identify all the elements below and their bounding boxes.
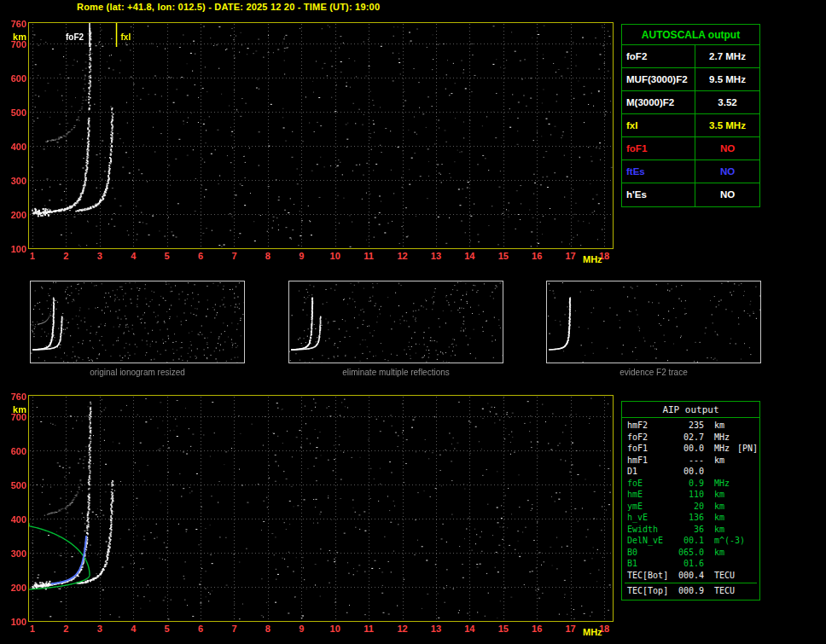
- autoscala-param-label: foF1: [622, 137, 695, 160]
- aip-param-value: 235: [673, 420, 704, 432]
- aip-param-value: 36: [673, 524, 704, 536]
- aip-param-unit: km: [704, 420, 724, 432]
- aip-param-unit: km: [704, 512, 724, 524]
- x-axis-tick: 11: [358, 251, 380, 261]
- thumbnail-f2trace-ionogram: [546, 281, 761, 363]
- x-axis-tick: 3: [89, 624, 111, 634]
- thumbnail-caption-original: original ionogram resized: [30, 368, 245, 377]
- x-axis-tick: 16: [526, 251, 548, 261]
- x-axis-tick: 2: [55, 624, 77, 634]
- aip-param-label: ymE: [622, 501, 673, 513]
- aip-rows-container: hmF2235kmfoF202.7MHzfoF100.0MHz[PN]hmF1-…: [622, 420, 759, 597]
- aip-param-label: foF1: [622, 443, 673, 455]
- aip-param-unit: m^(-3): [704, 535, 745, 547]
- aip-param-unit: km: [704, 501, 724, 513]
- x-axis-unit-label: MHz: [583, 254, 602, 264]
- aip-param-value: 00.1: [673, 535, 704, 547]
- aip-param-unit: km: [704, 547, 724, 559]
- x-axis-tick: 4: [122, 251, 144, 261]
- y-axis-tick: 200: [4, 583, 26, 593]
- x-axis-tick: 10: [324, 624, 346, 634]
- aip-row: foF100.0MHz[PN]: [622, 443, 759, 455]
- autoscala-param-label: h'Es: [622, 183, 695, 206]
- x-axis-tick: 8: [257, 624, 279, 634]
- y-axis-unit-label: km: [4, 404, 26, 415]
- x-axis-tick: 17: [560, 251, 582, 261]
- autoscala-rows-container: foF22.7 MHzMUF(3000)F29.5 MHzM(3000)F23.…: [622, 45, 759, 206]
- y-axis-tick: 500: [4, 480, 26, 490]
- autoscala-row: MUF(3000)F29.5 MHz: [622, 68, 759, 91]
- autoscala-row: h'EsNO: [622, 183, 759, 206]
- aip-row: Ewidth36km: [622, 524, 759, 536]
- x-axis-tick: 6: [189, 251, 212, 261]
- aip-section-divider: [625, 583, 757, 583]
- x-axis-tick: 1: [21, 251, 44, 261]
- aip-param-value: 00.0: [673, 466, 704, 478]
- scaled-ionogram-canvas: [29, 23, 613, 248]
- aip-row: hmF2235km: [622, 420, 759, 432]
- aip-panel-header: AIP output: [622, 402, 759, 418]
- y-axis-tick: 500: [4, 107, 26, 118]
- aip-param-value: 110: [673, 489, 704, 501]
- aip-param-label: hmE: [622, 489, 673, 501]
- x-axis-tick: 15: [492, 624, 515, 634]
- autoscala-param-label: fxI: [622, 114, 695, 136]
- autoscala-param-value: 9.5 MHz: [695, 68, 759, 90]
- aip-param-label: TEC[Bot]: [622, 570, 673, 582]
- aip-row: B101.6: [622, 558, 759, 570]
- aip-param-unit: TECU: [704, 585, 735, 597]
- y-axis-tick: 300: [4, 548, 26, 559]
- aip-param-value: 000.4: [673, 570, 704, 582]
- aip-param-value: 000.9: [673, 585, 704, 597]
- autoscala-output-panel: AUTOSCALA output foF22.7 MHzMUF(3000)F29…: [621, 24, 760, 207]
- autoscala-param-value: NO: [695, 183, 759, 206]
- y-axis-tick: 760: [4, 392, 26, 402]
- autoscala-param-label: MUF(3000)F2: [622, 68, 695, 90]
- y-axis-tick: 400: [4, 514, 26, 525]
- aip-row: h_vE136km: [622, 512, 759, 524]
- y-axis-tick: 300: [4, 176, 26, 186]
- autoscala-param-value: 3.5 MHz: [695, 114, 759, 136]
- aip-param-tag: [PN]: [730, 443, 758, 455]
- x-axis-tick: 16: [526, 624, 548, 634]
- aip-param-unit: [704, 558, 714, 570]
- x-axis-tick: 2: [55, 251, 77, 261]
- autoscala-panel-header: AUTOSCALA output: [622, 25, 759, 45]
- autoscala-param-value: 3.52: [695, 91, 759, 113]
- x-axis-tick: 6: [189, 624, 212, 634]
- aip-param-value: 20: [673, 501, 704, 513]
- autoscala-row: foF1NO: [622, 137, 759, 160]
- aip-param-value: 02.7: [673, 432, 704, 444]
- aip-ionogram-plot: [28, 395, 614, 622]
- autoscala-param-label: M(3000)F2: [622, 91, 695, 113]
- aip-row: ymE20km: [622, 501, 759, 513]
- autoscala-param-value: NO: [695, 137, 759, 160]
- aip-param-label: TEC[Top]: [622, 585, 673, 597]
- aip-param-unit: km: [704, 455, 724, 467]
- aip-row: TEC[Top]000.9TECU: [622, 585, 759, 597]
- x-axis-tick: 9: [290, 624, 312, 634]
- y-axis-tick: 200: [4, 210, 26, 220]
- thumbnail-cleaned-canvas: [289, 281, 503, 363]
- aip-row: foF202.7MHz: [622, 432, 759, 444]
- x-axis-tick: 10: [324, 251, 346, 261]
- aip-param-label: h_vE: [622, 512, 673, 524]
- critical-frequency-label: fxI: [121, 32, 131, 42]
- x-axis-tick: 15: [492, 251, 515, 261]
- x-axis-tick: 5: [156, 624, 178, 634]
- autoscala-param-value: 2.7 MHz: [695, 45, 759, 67]
- x-axis-tick: 14: [458, 251, 480, 261]
- aip-param-value: 065.0: [673, 547, 704, 559]
- x-axis-tick: 13: [425, 251, 447, 261]
- autoscala-param-label: ftEs: [622, 160, 695, 183]
- autoscala-param-label: foF2: [622, 45, 695, 67]
- x-axis-tick: 8: [257, 251, 279, 261]
- aip-param-label: foF2: [622, 432, 673, 444]
- aip-param-unit: MHz: [704, 478, 730, 490]
- x-axis-tick: 1: [21, 624, 44, 634]
- aip-param-unit: km: [704, 489, 724, 501]
- autoscala-row: M(3000)F23.52: [622, 91, 759, 114]
- aip-param-label: hmF2: [622, 420, 673, 432]
- x-axis-unit-label: MHz: [583, 627, 602, 637]
- aip-row: foE0.9MHz: [622, 478, 759, 490]
